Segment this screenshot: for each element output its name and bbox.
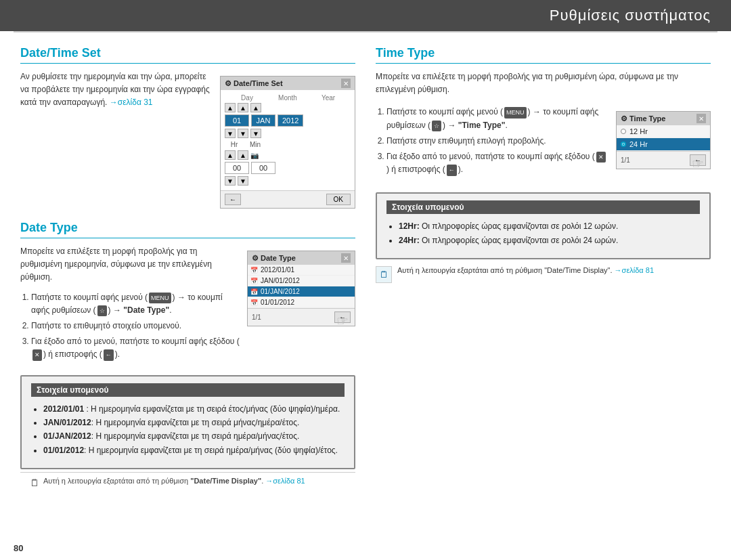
date-type-step-2: Πατήστε το επιθυμητό στοιχείο υπομενού. (31, 320, 240, 332)
time-type-step-1: Πατήστε το κουμπί αφής μενού (MENU) → το… (386, 106, 609, 131)
date-type-steps: Πατήστε το κουμπί αφής μενού (MENU) → το… (20, 291, 240, 362)
time-type-steps: Πατήστε το κουμπί αφής μενού (MENU) → το… (376, 106, 609, 176)
submenu-item-0: 2012/01/01 : Η ημερομηνία εμφανίζεται με… (43, 402, 345, 416)
left-submenu-title: Στοιχεία υπομενού (31, 383, 345, 397)
right-column: Time Type Μπορείτε να επιλέξετε τη μορφή… (376, 46, 711, 492)
datetime-back-btn[interactable]: ← (225, 194, 241, 205)
right-submenu-items: 12Hr: Οι πληροφορίες ώρας εμφανίζονται σ… (386, 219, 700, 247)
time-submenu-item-1: 24Hr: Οι πληροφορίες ώρας εμφανίζονται σ… (399, 234, 700, 247)
right-info-note: 🗒 Αυτή η λειτουργία εξαρτάται από τη ρύθ… (376, 266, 711, 283)
hr-up-btn[interactable]: ▲ (225, 150, 236, 160)
datetype-item-3[interactable]: 📅 01/01/2012 (248, 297, 355, 308)
date-type-title: Date Type (20, 221, 355, 238)
datetype-dialog-titlebar: ⚙ Date Type ✕ (248, 251, 355, 265)
year-up-btn[interactable]: ▲ (250, 103, 261, 112)
date-type-desc: Μπορείτε να επιλέξετε τη μορφή προβολής … (20, 245, 240, 284)
timetype-24hr[interactable]: 24 Hr (617, 138, 710, 151)
left-column: Date/Time Set Αν ρυθμίσετε την ημερομηνί… (20, 46, 355, 492)
datetype-dialog-close[interactable]: ✕ (341, 253, 351, 263)
radio-12hr (621, 129, 626, 134)
left-submenu-box: Στοιχεία υπομενού 2012/01/01 : Η ημερομη… (20, 375, 355, 470)
page-number: 80 (14, 543, 23, 553)
datetime-dialog-close[interactable]: ✕ (341, 79, 351, 88)
submenu-item-2: 01/JAN/2012: Η ημερομηνία εμφανίζεται με… (43, 429, 345, 443)
submenu-item-3: 01/01/2012: Η ημερομηνία εμφανίζεται με … (43, 444, 345, 457)
datetime-dialog-footer: ← OK (221, 190, 355, 208)
year-field: 2012 (278, 114, 303, 127)
radio-24hr (621, 142, 626, 147)
time-type-desc: Μπορείτε να επιλέξετε τη μορφή προβολής … (376, 70, 711, 96)
date-time-set-section: Date/Time Set Αν ρυθμίσετε την ημερομηνί… (20, 46, 355, 214)
date-time-set-title: Date/Time Set (20, 46, 355, 64)
date-type-content: Μπορείτε να επιλέξετε τη μορφή προβολής … (20, 245, 240, 367)
header-title: Ρυθμίσεις συστήματος (550, 7, 711, 24)
datetype-item-2[interactable]: 📅 01/JAN/2012 (248, 286, 355, 297)
day-field: 01 (225, 114, 249, 127)
datetime-dialog-body: Day Month Year ▲ ▲ ▲ 01 JAN 2012 (221, 90, 355, 190)
left-bottom-note: 🗒 Αυτή η λειτουργία εξαρτάται από τη ρύθ… (20, 472, 355, 492)
note-icon-left: 🗒 (30, 477, 39, 488)
time-type-title: Time Type (376, 46, 711, 64)
month-field: JAN (251, 114, 275, 127)
date-type-step-3: Για έξοδο από το μενού, πατήστε το κουμπ… (31, 335, 240, 361)
min-up-btn[interactable]: ▲ (238, 150, 248, 160)
info-icon: 🗒 (376, 266, 392, 283)
time-type-step-3: Για έξοδο από το μενού, πατήστε το κουμπ… (386, 150, 609, 176)
timetype-dialog-close[interactable]: ✕ (696, 114, 706, 123)
time-type-section: Time Type Μπορείτε να επιλέξετε τη μορφή… (376, 46, 711, 181)
datetype-dialog-wrapper: ⚙ Date Type ✕ 📅 2012/01/01 📅 JAN/01/2012 (247, 245, 355, 332)
datetype-item-0[interactable]: 📅 2012/01/01 (248, 265, 355, 276)
submenu-item-1: JAN/01/2012: Η ημερομηνία εμφανίζεται με… (43, 416, 345, 429)
min-field: 00 (251, 162, 275, 174)
main-content: Date/Time Set Αν ρυθμίσετε την ημερομηνί… (0, 33, 731, 506)
timetype-12hr[interactable]: 12 Hr (617, 125, 710, 138)
datetype-items: 📅 2012/01/01 📅 JAN/01/2012 📅 01/JAN/2012 (248, 265, 355, 308)
year-down-btn[interactable]: ▼ (250, 129, 261, 138)
left-submenu-items: 2012/01/01 : Η ημερομηνία εμφανίζεται με… (31, 402, 345, 458)
hr-field: 00 (225, 162, 249, 174)
day-up-btn[interactable]: ▲ (225, 103, 236, 112)
min-down-btn[interactable]: ▼ (238, 176, 248, 186)
date-type-step-1: Πατήστε το κουμπί αφής μενού (MENU) → το… (31, 291, 240, 317)
datetime-set-dialog: ⚙ Date/Time Set ✕ Day Month Year ▲ ▲ ▲ (220, 76, 355, 209)
date-type-section: Date Type Μπορείτε να επιλέξετε τη μορφή… (20, 221, 355, 367)
day-down-btn[interactable]: ▼ (225, 129, 236, 138)
month-up-btn[interactable]: ▲ (238, 103, 248, 112)
right-submenu-box: Στοιχεία υπομενού 12Hr: Οι πληροφορίες ώ… (376, 192, 711, 259)
right-submenu-title: Στοιχεία υπομενού (386, 200, 700, 214)
timetype-dialog-wrapper: ⚙ Time Type ✕ 12 Hr 24 Hr 1/1 (616, 106, 711, 175)
hr-down-btn[interactable]: ▼ (225, 176, 236, 186)
page-header: Ρυθμίσεις συστήματος (0, 0, 731, 31)
month-down-btn[interactable]: ▼ (238, 129, 248, 138)
time-type-step-2: Πατήστε στην επιθυμητή επιλογή προβολής. (386, 135, 609, 148)
timetype-dialog-titlebar: ⚙ Time Type ✕ (617, 112, 710, 125)
datetime-ok-btn[interactable]: OK (326, 194, 351, 205)
datetime-dialog-titlebar: ⚙ Date/Time Set ✕ (221, 77, 355, 90)
time-submenu-item-0: 12Hr: Οι πληροφορίες ώρας εμφανίζονται σ… (399, 219, 700, 233)
date-time-set-text: Αν ρυθμίσετε την ημερομηνία και την ώρα,… (20, 70, 213, 110)
time-type-steps-col: Πατήστε το κουμπί αφής μενού (MENU) → το… (376, 106, 609, 181)
hand-cursor-right-icon: ☞ (692, 156, 704, 172)
hand-cursor-icon: ☞ (336, 313, 349, 329)
datetype-item-1[interactable]: 📅 JAN/01/2012 (248, 276, 355, 286)
